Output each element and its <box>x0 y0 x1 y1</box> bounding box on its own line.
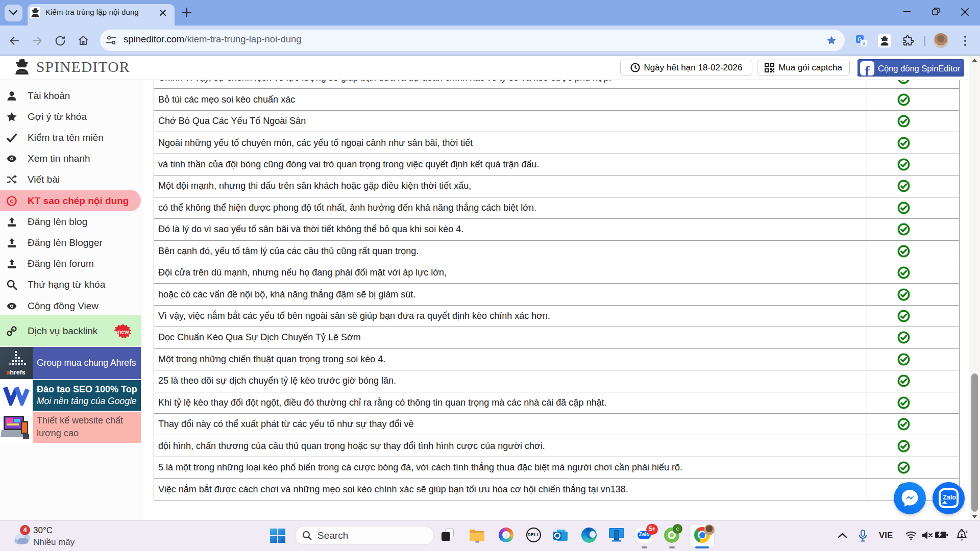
svg-text:文: 文 <box>862 40 867 46</box>
svg-text:c: c <box>10 197 14 205</box>
svg-text:z: z <box>961 533 963 538</box>
svg-text:new: new <box>117 329 129 335</box>
svg-text:ahrefs: ahrefs <box>6 369 26 375</box>
svg-text:z: z <box>966 529 968 534</box>
svg-text:Zalo: Zalo <box>943 494 956 501</box>
